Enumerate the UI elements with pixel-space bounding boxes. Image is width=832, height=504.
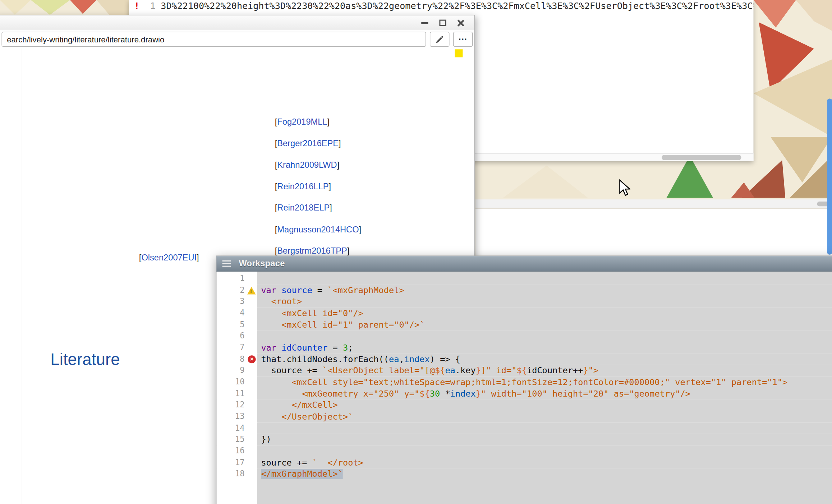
gutter-cell: 17 bbox=[216, 457, 258, 468]
gutter-cell: 2! bbox=[216, 285, 258, 296]
gutter-cell: 8× bbox=[216, 353, 258, 365]
code-text[interactable]: </UserObject>` bbox=[258, 411, 832, 422]
citation-key[interactable]: Berger2016EPE bbox=[277, 139, 339, 148]
code-text[interactable]: </mxCell> bbox=[258, 399, 832, 411]
encoded-xml-text: 3D%22100%22%20height%3D%2230%22%20as%3D%… bbox=[161, 0, 753, 11]
code-line[interactable]: 15}) bbox=[216, 434, 832, 445]
drawio-titlebar[interactable] bbox=[0, 15, 474, 30]
citation-key[interactable]: Magnusson2014HCO bbox=[277, 225, 359, 233]
gutter-cell: 13 bbox=[216, 411, 258, 422]
citation-key[interactable]: Krahn2009LWD bbox=[277, 160, 337, 169]
editor-fill bbox=[216, 480, 832, 504]
workspace-titlebar[interactable]: Workspace bbox=[216, 256, 832, 272]
line-number: 7 bbox=[240, 342, 244, 353]
gutter-cell: 5 bbox=[216, 319, 258, 330]
minimize-button[interactable] bbox=[419, 17, 430, 28]
line-number: 11 bbox=[235, 388, 245, 399]
code-line[interactable]: 10 <mxCell style="text;whiteSpace=wrap;h… bbox=[216, 376, 832, 388]
citation-key[interactable]: Rein2016LLP bbox=[277, 182, 328, 191]
gutter-cell: 14 bbox=[216, 422, 258, 434]
pencil-icon bbox=[436, 35, 443, 43]
line-number: 15 bbox=[235, 434, 245, 445]
code-text[interactable] bbox=[258, 445, 832, 457]
code-text[interactable] bbox=[258, 422, 832, 434]
citation-link[interactable]: [Rein2016LLP] bbox=[275, 182, 331, 191]
menu-icon[interactable] bbox=[222, 259, 231, 268]
line-number: 8 bbox=[240, 353, 244, 365]
code-text[interactable]: <mxCell id="0"/> bbox=[258, 308, 832, 319]
gutter-cell: 7 bbox=[216, 342, 258, 353]
gutter-cell: 6 bbox=[216, 330, 258, 342]
code-text[interactable]: <mxCell style="text;whiteSpace=wrap;html… bbox=[258, 376, 832, 388]
gutter-cell: 4 bbox=[216, 308, 258, 319]
code-line[interactable]: 11 <mxGeometry x="250" y="${30 *index}" … bbox=[216, 388, 832, 399]
code-text[interactable]: var source = `<mxGraphModel> bbox=[258, 285, 832, 296]
gutter-cell: 9 bbox=[216, 365, 258, 376]
code-text[interactable]: <root> bbox=[258, 296, 832, 308]
maximize-button[interactable] bbox=[437, 17, 448, 28]
citation-link[interactable]: [Berger2016EPE] bbox=[275, 139, 341, 148]
gutter-cell: 12 bbox=[216, 399, 258, 411]
line-number: 12 bbox=[235, 399, 245, 411]
code-line[interactable]: 4 <mxCell id="0"/> bbox=[216, 308, 832, 319]
citation-link[interactable]: [Fog2019MLL] bbox=[275, 117, 330, 126]
code-text[interactable]: }) bbox=[258, 434, 832, 445]
line-number: 6 bbox=[240, 330, 244, 342]
citation-link[interactable]: [Krahn2009LWD] bbox=[275, 160, 339, 169]
screen: ! 1 3D%22100%22%20height%3D%2230%22%20as… bbox=[0, 0, 832, 504]
bracket: ] bbox=[327, 117, 330, 126]
citation-link[interactable]: [Bergstrm2016TPP] bbox=[275, 246, 349, 255]
code-text[interactable]: source += ` </root> bbox=[258, 457, 832, 468]
window-edge-scrollbar[interactable] bbox=[475, 199, 832, 208]
bracket: ] bbox=[359, 225, 362, 233]
code-line[interactable]: 14 bbox=[216, 422, 832, 434]
code-text[interactable] bbox=[258, 330, 832, 342]
citation-key[interactable]: Rein2018ELP bbox=[277, 203, 330, 212]
mouse-cursor bbox=[619, 179, 630, 197]
code-line[interactable]: 13 </UserObject>` bbox=[216, 411, 832, 422]
code-text[interactable]: <mxCell id="1" parent="0"/>` bbox=[258, 319, 832, 330]
code-line[interactable]: 6 bbox=[216, 330, 832, 342]
code-text[interactable]: var idCounter = 3; bbox=[258, 342, 832, 353]
close-button[interactable] bbox=[455, 17, 466, 28]
side-citation[interactable]: [Olsen2007EUI] bbox=[139, 253, 199, 262]
code-line[interactable]: 3 <root> bbox=[216, 296, 832, 308]
code-editor[interactable]: 12!var source = `<mxGraphModel>3 <root>4… bbox=[216, 272, 832, 504]
code-line[interactable]: 2!var source = `<mxGraphModel> bbox=[216, 285, 832, 296]
code-text[interactable] bbox=[258, 273, 832, 285]
edit-button[interactable] bbox=[430, 32, 450, 47]
file-path-input[interactable] bbox=[1, 32, 426, 47]
citation-key[interactable]: Bergstrm2016TPP bbox=[277, 246, 347, 255]
code-line[interactable]: 16 bbox=[216, 445, 832, 457]
citation-link[interactable]: [Rein2018ELP] bbox=[275, 203, 332, 212]
minimize-icon bbox=[421, 22, 428, 23]
code-line[interactable]: 9 source += `<UserObject label="[@${ea.k… bbox=[216, 365, 832, 376]
code-text[interactable]: source += `<UserObject label="[@${ea.key… bbox=[258, 365, 832, 376]
maximize-icon bbox=[439, 20, 446, 26]
code-text[interactable]: </mxGraphModel>` bbox=[258, 468, 832, 480]
code-text[interactable]: that.childNodes.forEach((ea,index) => { bbox=[258, 353, 832, 365]
code-line[interactable]: 18</mxGraphModel>` bbox=[216, 468, 832, 480]
gutter-fill bbox=[216, 480, 258, 504]
bracket: ] bbox=[329, 182, 331, 191]
code-line[interactable]: 8×that.childNodes.forEach((ea,index) => … bbox=[216, 353, 832, 365]
code-text[interactable]: <mxGeometry x="250" y="${30 *index}" wid… bbox=[258, 388, 832, 399]
gutter-cell: 1 bbox=[216, 273, 258, 285]
code-line[interactable]: 5 <mxCell id="1" parent="0"/>` bbox=[216, 319, 832, 330]
more-options-button[interactable]: ... bbox=[453, 32, 473, 47]
drawio-toolbar: ... bbox=[0, 30, 474, 48]
citation-key[interactable]: Fog2019MLL bbox=[277, 117, 327, 126]
code-line[interactable]: 7var idCounter = 3; bbox=[216, 342, 832, 353]
selected-text: </mxGraphModel>` bbox=[261, 469, 343, 479]
citation-link[interactable]: [Magnusson2014HCO] bbox=[275, 225, 361, 233]
xml-code-line[interactable]: ! 1 3D%22100%22%20height%3D%2230%22%20as… bbox=[129, 0, 754, 11]
code-line[interactable]: 1 bbox=[216, 273, 832, 285]
code-line[interactable]: 12 </mxCell> bbox=[216, 399, 832, 411]
scrollbar-thumb[interactable] bbox=[662, 155, 741, 160]
line-number: 13 bbox=[235, 411, 245, 422]
gutter-cell: 11 bbox=[216, 388, 258, 399]
citation-key[interactable]: Olsen2007EUI bbox=[141, 253, 197, 262]
bracket: ] bbox=[197, 253, 199, 262]
code-line[interactable]: 17source += ` </root> bbox=[216, 457, 832, 468]
vertical-scrollbar-thumb[interactable] bbox=[827, 99, 832, 255]
